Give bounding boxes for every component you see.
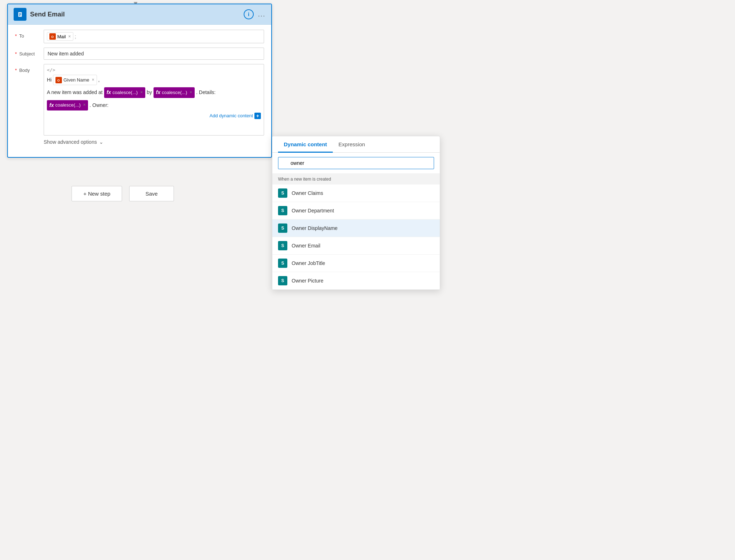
svg-rect-2	[19, 13, 21, 14]
owner-email-label: Owner Email	[292, 243, 434, 249]
show-advanced-options[interactable]: Show advanced options ⌄	[44, 137, 264, 147]
new-step-button[interactable]: + New step	[72, 186, 122, 201]
body-label: * Body	[15, 64, 44, 73]
body-field-row: * Body </> Hi	[15, 64, 264, 147]
add-dynamic-content-button[interactable]: Add dynamic content +	[210, 113, 261, 119]
given-name-token[interactable]: O Given Name ×	[53, 75, 97, 85]
tab-dynamic-content[interactable]: Dynamic content	[278, 136, 333, 153]
to-label: * To	[15, 30, 44, 39]
given-name-close[interactable]: ×	[92, 76, 94, 84]
svg-text:O: O	[57, 79, 60, 82]
add-dynamic-plus-icon: +	[254, 113, 261, 119]
body-line-1: Hi O Given Name ×	[47, 75, 261, 85]
office-icon: O	[49, 33, 56, 40]
mail-tag-close[interactable]: ×	[68, 34, 71, 39]
send-email-card: Send Email i ... * To O	[7, 4, 272, 158]
owner-picture-label: Owner Picture	[292, 278, 434, 284]
subject-field[interactable]	[44, 48, 264, 60]
given-name-office-icon: O	[55, 77, 62, 83]
save-button[interactable]: Save	[129, 186, 174, 201]
to-field[interactable]: O Mail × ;	[44, 30, 264, 43]
card-header-right: i ...	[244, 9, 266, 19]
sp-icon-owner-claims: S	[278, 188, 287, 198]
sp-icon-owner-displayname: S	[278, 223, 287, 233]
search-wrapper: 🔍	[278, 157, 434, 169]
subject-field-row: * Subject	[15, 48, 264, 60]
svg-rect-4	[19, 15, 20, 16]
more-options-button[interactable]: ...	[258, 11, 266, 18]
card-header: Send Email i ...	[8, 4, 271, 25]
card-body: * To O Mail × ;	[8, 25, 271, 157]
owner-jobtitle-label: Owner JobTitle	[292, 260, 434, 266]
add-dynamic-content-row: Add dynamic content +	[47, 113, 261, 119]
dynamic-item-owner-jobtitle[interactable]: S Owner JobTitle	[272, 255, 440, 272]
dynamic-search-input[interactable]	[278, 157, 434, 169]
body-field: </> Hi O	[44, 64, 264, 147]
body-content: Hi O Given Name ×	[47, 75, 261, 110]
info-button[interactable]: i	[244, 9, 254, 19]
fx-token-2[interactable]: fx coalesce(...) ×	[154, 87, 195, 98]
subject-label: * Subject	[15, 48, 44, 57]
mail-tag[interactable]: O Mail ×	[47, 32, 73, 41]
action-buttons: + New step Save	[72, 186, 174, 201]
sp-icon-owner-jobtitle: S	[278, 259, 287, 268]
body-line-2: A new item was added at fx coalesce(...)…	[47, 87, 261, 98]
panel-search-area: 🔍	[272, 153, 440, 174]
dynamic-item-owner-displayname[interactable]: S Owner DisplayName	[272, 220, 440, 237]
dynamic-item-owner-picture[interactable]: S Owner Picture	[272, 272, 440, 290]
fx-token-2-close[interactable]: ×	[190, 89, 192, 97]
required-star-subject: *	[15, 51, 17, 57]
outlook-icon	[14, 8, 26, 21]
fx-token-1-close[interactable]: ×	[140, 89, 143, 97]
owner-department-label: Owner Department	[292, 208, 434, 213]
required-star-body: *	[15, 68, 17, 73]
body-toolbar: </>	[47, 67, 261, 73]
panel-tabs: Dynamic content Expression	[272, 136, 440, 153]
owner-displayname-label: Owner DisplayName	[292, 225, 434, 231]
fx-token-3[interactable]: fx coalesce(...) ×	[47, 100, 88, 110]
fx-icon-1: fx	[107, 88, 111, 97]
dynamic-item-owner-email[interactable]: S Owner Email	[272, 237, 440, 255]
svg-text:O: O	[51, 35, 54, 39]
owner-claims-label: Owner Claims	[292, 190, 434, 196]
fx-token-3-close[interactable]: ×	[83, 101, 86, 109]
dynamic-content-panel: Dynamic content Expression 🔍 When a new …	[272, 136, 440, 290]
to-field-row: * To O Mail × ;	[15, 30, 264, 43]
fx-icon-2: fx	[156, 88, 160, 97]
section-label: When a new item is created	[272, 174, 440, 185]
to-tag-container[interactable]: O Mail × ;	[44, 30, 264, 43]
body-area[interactable]: </> Hi O	[44, 64, 264, 136]
body-line-3: fx coalesce(...) × . Owner:	[47, 100, 261, 110]
subject-input[interactable]	[44, 48, 264, 60]
card-header-left: Send Email	[14, 8, 65, 21]
fx-icon-3: fx	[49, 101, 54, 110]
sp-icon-owner-email: S	[278, 241, 287, 250]
sp-icon-owner-picture: S	[278, 276, 287, 285]
tab-expression[interactable]: Expression	[333, 136, 371, 153]
dynamic-item-owner-department[interactable]: S Owner Department	[272, 202, 440, 220]
dynamic-item-owner-claims[interactable]: S Owner Claims	[272, 185, 440, 202]
required-star-to: *	[15, 33, 17, 39]
dynamic-items-list: S Owner Claims S Owner Department S Owne…	[272, 185, 440, 290]
svg-rect-3	[19, 14, 21, 15]
sp-icon-owner-department: S	[278, 206, 287, 215]
fx-token-1[interactable]: fx coalesce(...) ×	[104, 87, 145, 98]
chevron-down-icon: ⌄	[99, 139, 103, 145]
card-title: Send Email	[30, 11, 65, 18]
